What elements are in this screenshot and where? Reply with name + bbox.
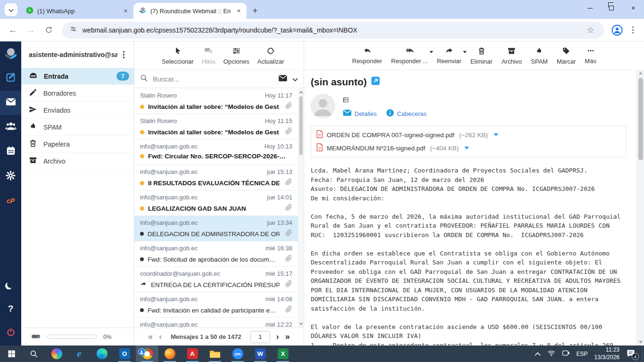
show-desktop-button[interactable] [642, 346, 644, 362]
search-options-chevron-icon[interactable] [292, 75, 298, 83]
message-row-selected[interactable]: info@sanjuan.gob.ecjue 13:34 DELEGACION … [134, 216, 304, 241]
reply-all-button[interactable]: Responder ... [391, 47, 428, 65]
reply-button[interactable]: Responder [352, 47, 382, 65]
message-row[interactable]: info@sanjuan.gob.ecmié 12:22 [134, 318, 304, 328]
taskbar-edge-icon[interactable] [91, 346, 113, 362]
threads-button[interactable]: Hilos [202, 47, 215, 65]
taskbar-internet-explorer-icon[interactable]: e [68, 346, 91, 362]
refresh-button[interactable]: Actualizar [257, 47, 284, 65]
search-scope-mail-icon[interactable] [278, 74, 288, 84]
archive-button[interactable]: Archivo [502, 47, 522, 65]
reload-button[interactable] [41, 22, 57, 38]
dark-mode-button[interactable] [0, 272, 21, 296]
select-button[interactable]: Seleccionar [162, 47, 194, 65]
message-row[interactable]: Stalin RoseroHoy 11:17 Invitación al tal… [134, 89, 304, 114]
message-row[interactable]: Stalin RoseroHoy 11:15 Invitación al tal… [134, 114, 304, 140]
browser-menu-button[interactable] [627, 26, 640, 34]
account-menu-button[interactable] [117, 51, 131, 58]
taskbar-acrobat-icon[interactable]: A [181, 346, 204, 362]
spam-button[interactable]: SPAM [531, 47, 548, 65]
taskbar-clock[interactable]: 11:23 13/3/2026 [594, 346, 619, 361]
restore-button[interactable] [601, 0, 622, 16]
scroll-up-icon[interactable] [639, 72, 643, 74]
help-button[interactable]: ? [0, 296, 21, 321]
folder-papelera[interactable]: Papelera [21, 136, 134, 153]
message-row[interactable]: info@sanjuan.gob.ecmié 14:08 Fwd: Invita… [134, 292, 304, 318]
folder-borradores[interactable]: Borradores [21, 85, 134, 102]
details-link[interactable]: Detalles [343, 109, 377, 118]
scroll-down-icon[interactable] [299, 323, 303, 326]
back-button[interactable]: ← [5, 22, 21, 38]
mark-button[interactable]: Marcar [557, 47, 576, 65]
taskbar-copilot-icon[interactable] [45, 346, 68, 362]
taskbar-firefox-icon[interactable] [158, 346, 181, 362]
delete-button[interactable]: Eliminar [471, 47, 493, 65]
close-tab-icon[interactable]: × [122, 7, 130, 15]
message-row[interactable]: info@sanjuan.gob.ecjue 15:13 II RESULTAD… [134, 165, 304, 190]
search-input[interactable] [153, 75, 273, 83]
message-row[interactable]: info@sanjuan.gob.ecjue 14:01 LEGALIZACIO… [134, 190, 304, 216]
address-bar[interactable]: webmail.sanjuan.gob.ec/cpsess1575023228/… [62, 22, 604, 39]
rail-settings-button[interactable] [0, 164, 21, 189]
folder-entrada[interactable]: Entrada 7 [21, 68, 134, 85]
forward-caret-icon[interactable] [463, 51, 467, 53]
tab-roundcube[interactable]: (7) Roundcube Webmail :: Entra × [133, 3, 247, 19]
folder-spam[interactable]: SPAM [21, 119, 134, 136]
taskbar-chrome-icon-active[interactable] [136, 346, 158, 362]
tab-whatsapp[interactable]: (1) WhatsApp × [20, 3, 133, 19]
last-page-button[interactable]: » [285, 332, 290, 342]
wifi-icon[interactable] [547, 350, 555, 358]
attachment-item[interactable]: ORDEN DE COMPRA 007-signed-signed.pdf (~… [316, 128, 620, 141]
close-window-button[interactable]: × [622, 0, 644, 16]
attachment-menu-caret-icon[interactable] [494, 133, 498, 136]
tab-search-button[interactable] [5, 3, 17, 16]
attachment-item[interactable]: MEMORÁNDUM Nº216-signed.pdf (~404 KB) [316, 141, 620, 155]
options-button[interactable]: Opciones [223, 47, 249, 65]
taskbar-outlook-icon[interactable]: O [113, 346, 136, 362]
new-tab-button[interactable]: + [248, 3, 262, 19]
headers-link[interactable]: Cabeceras [386, 109, 427, 118]
rail-contacts-button[interactable] [0, 115, 21, 140]
message-row[interactable]: coordinador@sanjuan.gob.ecmié 15:17 ENTR… [134, 267, 304, 292]
folder-archivo[interactable]: Archivo [21, 153, 134, 170]
start-button[interactable] [0, 346, 23, 362]
page-number-input[interactable] [250, 331, 270, 343]
reply-all-caret-icon[interactable] [429, 51, 433, 53]
tray-chevron-up-icon[interactable] [535, 351, 541, 357]
taskbar-excel-icon[interactable]: X [272, 346, 294, 362]
site-info-icon[interactable] [70, 25, 77, 34]
attachment-name[interactable]: ORDEN DE COMPRA 007-signed-signed.pdf [327, 132, 454, 139]
taskbar-search-button[interactable] [23, 346, 45, 362]
first-page-button[interactable]: « [148, 332, 153, 342]
taskbar-word-icon[interactable]: W [249, 346, 272, 362]
next-page-button[interactable]: › [276, 332, 279, 342]
list-scrollbar[interactable] [298, 89, 304, 328]
browser-profile-button[interactable] [610, 23, 625, 38]
notification-center-button[interactable]: 4 [626, 349, 637, 359]
close-tab-icon[interactable]: × [235, 7, 243, 15]
scrollbar-thumb[interactable] [638, 78, 643, 160]
forward-button[interactable]: Reenviar [437, 47, 462, 65]
rail-mail-button[interactable] [0, 90, 21, 115]
rail-calendar-button[interactable] [0, 140, 21, 164]
attachment-name[interactable]: MEMORÁNDUM Nº216-signed.pdf [327, 145, 425, 152]
more-button[interactable]: Más [585, 47, 596, 65]
language-indicator[interactable]: ESP [577, 351, 588, 357]
message-scrollbar[interactable] [636, 70, 644, 346]
bookmark-star-icon[interactable]: ☆ [586, 25, 594, 35]
scrollbar-thumb[interactable] [299, 96, 303, 155]
open-in-new-window-icon[interactable] [371, 76, 380, 88]
scroll-up-icon[interactable] [299, 90, 303, 93]
message-row[interactable]: info@sanjuan.gob.ecmié 16:38 Fwd: Solici… [134, 241, 304, 267]
attachment-menu-caret-icon[interactable] [464, 147, 469, 149]
minimize-button[interactable] [579, 0, 601, 16]
forward-button[interactable]: → [23, 22, 39, 38]
prev-page-button[interactable]: ‹ [159, 332, 162, 342]
taskbar-file-explorer-icon[interactable] [204, 346, 226, 362]
url-text[interactable]: webmail.sanjuan.gob.ec/cpsess1575023228/… [83, 26, 581, 34]
rail-cpanel-button[interactable]: cP [0, 189, 21, 213]
message-row[interactable]: info@sanjuan.gob.ecHoy 10:13 Fwd: Circul… [134, 140, 304, 165]
logout-button[interactable] [0, 321, 21, 346]
taskbar-zoom-icon[interactable]: zm [226, 346, 249, 362]
compose-button[interactable] [0, 66, 21, 90]
